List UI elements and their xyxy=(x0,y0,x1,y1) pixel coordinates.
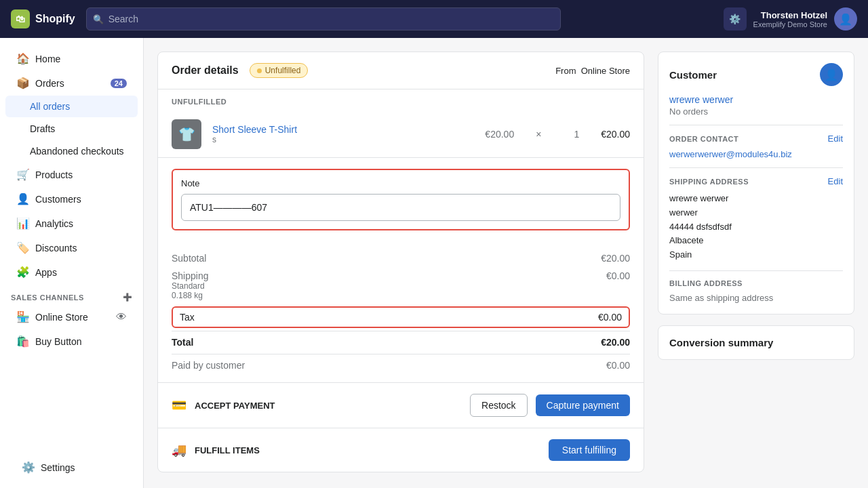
fulfill-items-section: 🚚 FULFILL ITEMS Start fulfilling xyxy=(158,428,644,472)
note-section: Note xyxy=(172,169,630,230)
add-channel-icon[interactable]: ➕ xyxy=(123,293,133,302)
shipping-address: wrewre werwer werwer 44444 dsfsdfsdf Alb… xyxy=(669,192,843,262)
avatar[interactable]: 👤 xyxy=(834,7,857,30)
search-input[interactable] xyxy=(86,7,561,30)
shipping-name: wrewre werwer xyxy=(669,192,843,206)
sidebar-item-label: All orders xyxy=(30,101,70,112)
products-icon: 🛒 xyxy=(16,168,28,181)
price-summary: Subtotal €20.00 Shipping Standard 0.188 … xyxy=(158,241,644,382)
note-label: Note xyxy=(181,178,620,188)
billing-same-text: Same as shipping address xyxy=(669,293,843,303)
shipping-method: Standard xyxy=(172,281,209,291)
product-quantity: × xyxy=(536,129,541,140)
unfulfilled-label: UNFULFILLED xyxy=(158,89,644,111)
start-fulfilling-button[interactable]: Start fulfilling xyxy=(549,439,630,461)
home-icon: 🏠 xyxy=(16,52,28,65)
settings-icon: ⚙️ xyxy=(22,461,34,474)
note-input[interactable] xyxy=(181,194,620,221)
order-contact-edit[interactable]: Edit xyxy=(828,134,843,144)
order-contact-header: ORDER CONTACT Edit xyxy=(669,134,843,144)
shipping-address-title: SHIPPING ADDRESS xyxy=(669,178,749,186)
accept-payment-label: ACCEPT PAYMENT xyxy=(195,401,462,411)
sidebar-item-customers[interactable]: 👤 Customers xyxy=(5,187,138,211)
buy-button-icon: 🛍️ xyxy=(16,335,28,348)
subtotal-value: €20.00 xyxy=(601,253,630,264)
customer-email[interactable]: werwerwerwer@modules4u.biz xyxy=(669,149,843,159)
sidebar-item-online-store[interactable]: 🏪 Online Store 👁 xyxy=(5,305,138,329)
customer-avatar: 👤 xyxy=(820,63,843,86)
billing-address-header: BILLING ADDRESS xyxy=(669,279,843,287)
sidebar-item-drafts[interactable]: Drafts xyxy=(5,118,138,140)
product-image: 👕 xyxy=(172,119,201,149)
sidebar-item-label: Discounts xyxy=(35,243,77,253)
app-name: Shopify xyxy=(35,13,75,25)
sidebar-item-settings[interactable]: ⚙️ Settings xyxy=(11,455,132,479)
status-badge: Unfulfilled xyxy=(250,63,309,78)
user-name: Thorsten Hotzel xyxy=(753,10,827,20)
sidebar: 🏠 Home 📦 Orders 24 All orders Drafts Aba… xyxy=(0,38,144,488)
product-name[interactable]: Short Sleeve T-Shirt xyxy=(212,124,474,135)
capture-payment-button[interactable]: Capture payment xyxy=(536,394,630,416)
sidebar-item-label: Buy Button xyxy=(35,336,82,347)
tax-value: €0.00 xyxy=(598,312,622,323)
sidebar-item-apps[interactable]: 🧩 Apps xyxy=(5,260,138,284)
orders-icon: 📦 xyxy=(16,77,28,89)
gear-button[interactable]: ⚙️ xyxy=(724,7,747,30)
conversion-summary-card: Conversion summary xyxy=(658,325,854,360)
sidebar-item-label: Drafts xyxy=(30,123,55,134)
restock-button[interactable]: Restock xyxy=(470,394,528,417)
customer-section-title: Customer xyxy=(669,69,717,81)
sidebar-item-analytics[interactable]: 📊 Analytics xyxy=(5,211,138,235)
order-panel: Order details Unfulfilled From Online St… xyxy=(157,52,644,472)
discounts-icon: 🏷️ xyxy=(16,241,28,254)
online-store-icon: 🏪 xyxy=(16,310,28,323)
credit-card-icon: 💳 xyxy=(172,398,186,413)
shipping-street: werwer xyxy=(669,206,843,220)
customer-name[interactable]: wrewre werwer xyxy=(669,94,843,105)
sidebar-item-all-orders[interactable]: All orders xyxy=(5,96,138,117)
order-source: From Online Store xyxy=(555,66,630,76)
sidebar-item-orders[interactable]: 📦 Orders 24 xyxy=(5,71,138,95)
sidebar-item-label: Home xyxy=(35,54,60,64)
shipping-postal: 44444 dsfsdfsdf xyxy=(669,220,843,235)
status-dot xyxy=(257,68,262,73)
user-info: Thorsten Hotzel Exemplify Demo Store xyxy=(753,10,827,28)
main-content: Order details Unfulfilled From Online St… xyxy=(144,38,868,488)
paid-row: Paid by customer €0.00 xyxy=(172,354,630,374)
conversion-title: Conversion summary xyxy=(669,337,773,348)
paid-value: €0.00 xyxy=(606,360,630,371)
product-total: €20.00 xyxy=(601,129,630,140)
product-qty-num: 1 xyxy=(574,129,579,140)
right-panel: Customer 👤 wrewre werwer No orders ORDER… xyxy=(658,52,854,472)
sidebar-item-abandoned[interactable]: Abandoned checkouts xyxy=(5,140,138,162)
sales-channels-section: SALES CHANNELS ➕ xyxy=(0,285,143,304)
product-unit-price: €20.00 xyxy=(485,129,514,140)
shipping-city: Albacete xyxy=(669,234,843,248)
shipping-row: Shipping Standard 0.188 kg €0.00 xyxy=(172,267,630,304)
eye-icon: 👁 xyxy=(116,311,127,323)
subtotal-row: Subtotal €20.00 xyxy=(172,249,630,267)
sidebar-item-label: Settings xyxy=(41,462,75,473)
shipping-value: €0.00 xyxy=(606,270,630,300)
sidebar-item-home[interactable]: 🏠 Home xyxy=(5,47,138,70)
sidebar-item-discounts[interactable]: 🏷️ Discounts xyxy=(5,236,138,260)
top-navigation: 🛍 Shopify 🔍 ⚙️ Thorsten Hotzel Exemplify… xyxy=(0,0,868,38)
sidebar-item-buy-button[interactable]: 🛍️ Buy Button xyxy=(5,329,138,353)
product-variant: s xyxy=(212,135,474,144)
product-info: Short Sleeve T-Shirt s xyxy=(212,124,474,144)
sidebar-item-label: Apps xyxy=(35,267,57,278)
shipping-address-edit[interactable]: Edit xyxy=(828,176,843,186)
order-header: Order details Unfulfilled From Online St… xyxy=(158,52,644,89)
sidebar-item-products[interactable]: 🛒 Products xyxy=(5,163,138,186)
sidebar-item-label: Customers xyxy=(35,194,81,205)
user-store: Exemplify Demo Store xyxy=(753,20,827,28)
accept-payment-section: 💳 ACCEPT PAYMENT Restock Capture payment xyxy=(158,382,644,428)
sales-channels-label: SALES CHANNELS xyxy=(11,293,84,302)
app-logo[interactable]: 🛍 Shopify xyxy=(11,9,75,28)
shopify-bag-icon: 🛍 xyxy=(11,9,30,28)
sidebar-item-label: Orders xyxy=(35,78,64,89)
product-row: 👕 Short Sleeve T-Shirt s €20.00 × 1 €20.… xyxy=(158,111,644,158)
subtotal-label: Subtotal xyxy=(172,253,206,264)
billing-address-title: BILLING ADDRESS xyxy=(669,279,743,287)
sidebar-item-label: Analytics xyxy=(35,218,73,229)
